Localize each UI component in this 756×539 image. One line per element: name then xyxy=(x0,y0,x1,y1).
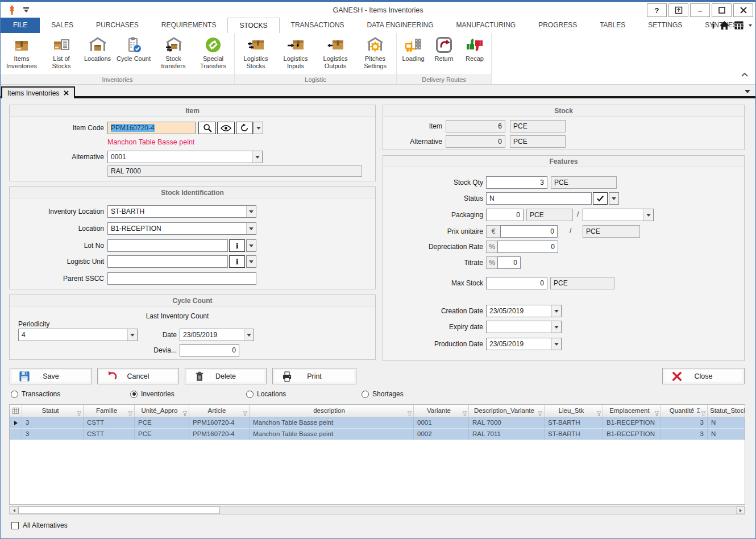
stock-qty-input[interactable]: 3 xyxy=(486,176,547,189)
location-combo[interactable]: B1-RECEPTION xyxy=(107,222,256,235)
packaging-caret[interactable] xyxy=(643,209,653,221)
ribbon-pin-button[interactable] xyxy=(668,3,688,17)
expiry-date-combo[interactable] xyxy=(486,321,562,333)
table-tool-icon[interactable] xyxy=(734,21,743,30)
recap-button[interactable]: Recap xyxy=(459,34,490,74)
tab-manufacturing[interactable]: MANUFACTURING xyxy=(445,18,527,33)
tab-progress[interactable]: PROGRESS xyxy=(527,18,588,33)
col-header-lieu-stk[interactable]: Lieu_Stk xyxy=(545,405,603,417)
col-header-emplacement[interactable]: Emplacement xyxy=(603,405,661,417)
periodicity-combo[interactable]: 4 xyxy=(18,329,138,341)
pitches-settings-button[interactable]: Pitches Settings xyxy=(355,34,395,74)
production-date-caret[interactable] xyxy=(551,338,561,350)
tab-settings[interactable]: SETTINGS xyxy=(637,18,693,33)
minimize-button[interactable]: – xyxy=(690,3,710,17)
lot-no-info-button[interactable]: i xyxy=(229,239,245,252)
logistics-inputs-button[interactable]: Logistics Inputs xyxy=(276,34,315,74)
close-button[interactable]: Close xyxy=(662,368,745,384)
help-button[interactable]: ? xyxy=(647,3,667,17)
filter-icon[interactable] xyxy=(701,408,706,417)
cell-article[interactable]: PPM160720-4 xyxy=(189,429,250,440)
alternative-caret[interactable] xyxy=(252,151,262,163)
all-alternatives-checkbox[interactable] xyxy=(11,522,19,529)
grid-row-1[interactable]: 3 CSTT PCE PPM160720-4 Manchon Table Bas… xyxy=(10,417,745,429)
cell-famille[interactable]: CSTT xyxy=(84,417,135,429)
col-header-statut-stock[interactable]: Statut_Stock xyxy=(708,405,745,417)
logistics-outputs-button[interactable]: Logistics Outputs xyxy=(315,34,355,74)
alternative-combo[interactable]: 0001 xyxy=(107,151,263,163)
cycle-count-button[interactable]: Cycle Count xyxy=(114,34,153,74)
cell-unite-appro[interactable]: PCE xyxy=(135,417,189,429)
status-check-button[interactable] xyxy=(593,192,608,205)
titrate-input[interactable]: 0 xyxy=(497,256,521,269)
filter-icon[interactable] xyxy=(128,408,133,417)
logistic-unit-caret[interactable] xyxy=(246,255,256,268)
cancel-button[interactable]: Cancel xyxy=(97,368,179,384)
col-header-description[interactable]: description xyxy=(250,405,414,417)
logistics-stocks-button[interactable]: Logistics Stocks xyxy=(236,34,276,74)
all-alternatives-option[interactable]: All Alternatives xyxy=(11,521,68,529)
col-header-article[interactable]: Article xyxy=(189,405,250,417)
cell-variante[interactable]: 0002 xyxy=(414,429,469,440)
cell-lieu-stk[interactable]: ST-BARTH xyxy=(545,417,603,429)
tool-dropdown-caret[interactable] xyxy=(749,24,752,27)
cell-statut[interactable]: 3 xyxy=(22,429,84,440)
doc-tab-items-inventories[interactable]: Items Inventories xyxy=(1,86,75,98)
tab-list-caret[interactable] xyxy=(745,90,750,93)
tab-transactions[interactable]: TRANSACTIONS xyxy=(280,18,356,33)
filter-icon[interactable] xyxy=(182,408,188,417)
scroll-right-button[interactable] xyxy=(736,507,745,514)
radio-locations[interactable]: Locations xyxy=(246,390,286,398)
print-button[interactable]: Print xyxy=(272,368,356,384)
special-transfers-button[interactable]: Special Transfers xyxy=(193,34,233,74)
depreciation-input[interactable]: 0 xyxy=(497,241,558,253)
filter-icon[interactable] xyxy=(243,408,248,417)
status-input[interactable]: N xyxy=(486,192,592,205)
tab-sales[interactable]: SALES xyxy=(40,18,85,33)
tab-file[interactable]: FILE xyxy=(1,18,40,33)
cell-article[interactable]: PPM160720-4 xyxy=(189,417,250,429)
location-caret[interactable] xyxy=(246,223,256,234)
inventory-location-combo[interactable]: ST-BARTH xyxy=(107,205,256,218)
col-header-unite-appro[interactable]: Unité_Appro xyxy=(135,405,189,417)
last-count-date-combo[interactable]: 23/05/2019 xyxy=(180,329,254,341)
deviation-input[interactable]: 0 xyxy=(180,344,239,356)
production-date-combo[interactable]: 23/05/2019 xyxy=(486,338,562,350)
maximize-button[interactable] xyxy=(712,3,732,17)
cell-description-variante[interactable]: RAL 7000 xyxy=(469,417,545,429)
filter-icon[interactable] xyxy=(462,408,467,417)
loading-button[interactable]: Loading xyxy=(398,34,429,74)
grid-row-2[interactable]: 3 CSTT PCE PPM160720-4 Manchon Table Bas… xyxy=(10,429,745,440)
refresh-button[interactable] xyxy=(236,122,253,134)
creation-date-caret[interactable] xyxy=(551,305,561,317)
tab-close-icon[interactable] xyxy=(64,90,69,96)
cell-emplacement[interactable]: B1-RECEPTION xyxy=(603,429,661,440)
cell-description-variante[interactable]: RAL 7011 xyxy=(469,429,545,440)
status-caret[interactable] xyxy=(609,192,619,205)
col-header-famille[interactable]: Famille xyxy=(84,405,135,417)
list-of-stocks-button[interactable]: List of Stocks xyxy=(41,34,81,74)
cell-quantite[interactable]: 3 xyxy=(661,429,708,440)
locations-button[interactable]: Locations xyxy=(81,34,114,74)
cell-variante[interactable]: 0001 xyxy=(414,417,469,429)
view-button[interactable] xyxy=(217,122,235,134)
packaging-qty-input[interactable]: 0 xyxy=(486,209,524,221)
radio-transactions[interactable]: Transactions xyxy=(11,390,60,398)
refresh-dropdown-caret[interactable] xyxy=(254,122,263,134)
unit-price-input[interactable]: 0 xyxy=(500,225,558,238)
col-header-quantite[interactable]: QuantitéΣ xyxy=(661,405,708,417)
last-count-date-caret[interactable] xyxy=(244,329,254,341)
return-button[interactable]: Return xyxy=(429,34,459,74)
search-button[interactable] xyxy=(198,122,216,134)
cell-statut-stock[interactable]: N xyxy=(708,417,745,429)
info-icon[interactable]: i xyxy=(712,20,715,31)
tab-tables[interactable]: TABLES xyxy=(588,18,637,33)
stock-transfers-button[interactable]: Stock transfers xyxy=(153,34,193,74)
tab-requirements[interactable]: REQUIREMENTS xyxy=(150,18,228,33)
scroll-left-button[interactable] xyxy=(10,507,18,514)
inventory-location-caret[interactable] xyxy=(246,206,256,217)
cell-famille[interactable]: CSTT xyxy=(84,429,135,440)
filter-icon[interactable] xyxy=(407,408,412,417)
cell-statut[interactable]: 3 xyxy=(22,417,84,429)
select-all-cell[interactable] xyxy=(10,405,22,417)
